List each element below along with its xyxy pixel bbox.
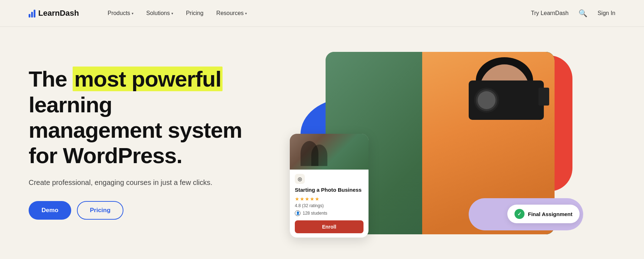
course-stars: ★★★★★ [295, 196, 364, 202]
course-card-image [290, 134, 369, 170]
course-students: 👤 128 students [295, 210, 364, 216]
nav-right: Try LearnDash 🔍 Sign In [531, 8, 615, 19]
logo[interactable]: LearnDash [29, 9, 79, 18]
search-button[interactable]: 🔍 [577, 8, 589, 19]
final-assignment-badge: ✓ Final Assignment [507, 205, 580, 223]
sign-in-button[interactable]: Sign In [597, 10, 615, 16]
course-rating: 4.8 (32 ratings) [295, 203, 364, 208]
students-icon: 👤 [295, 210, 301, 216]
nav-item-solutions[interactable]: Solutions ▾ [146, 10, 173, 16]
nav-link-resources[interactable]: Resources ▾ [216, 10, 247, 16]
headline-highlight: most powerful [73, 67, 223, 91]
nav-link-solutions[interactable]: Solutions ▾ [146, 10, 173, 16]
demo-button[interactable]: Demo [29, 201, 71, 220]
nav-item-resources[interactable]: Resources ▾ [216, 10, 247, 16]
course-card-body: ◎ Starting a Photo Business ★★★★★ 4.8 (3… [290, 170, 369, 238]
hero-content: The most powerful learning management sy… [29, 66, 243, 219]
final-assignment-label: Final Assignment [528, 211, 572, 217]
search-icon: 🔍 [579, 9, 587, 17]
nav-link-pricing[interactable]: Pricing [186, 10, 204, 16]
chevron-down-icon: ▾ [245, 11, 247, 15]
chevron-down-icon: ▾ [171, 11, 173, 15]
course-title: Starting a Photo Business [295, 187, 364, 193]
course-icon: ◎ [295, 174, 305, 184]
check-icon: ✓ [514, 209, 525, 219]
chevron-down-icon: ▾ [132, 11, 133, 15]
navbar: LearnDash Products ▾ Solutions ▾ Pricing… [0, 0, 644, 27]
nav-link-products[interactable]: Products ▾ [108, 10, 133, 16]
nav-item-products[interactable]: Products ▾ [108, 10, 133, 16]
nav-links: Products ▾ Solutions ▾ Pricing Resources… [108, 10, 531, 16]
hero-buttons: Demo Pricing [29, 201, 243, 220]
course-card: ◎ Starting a Photo Business ★★★★★ 4.8 (3… [290, 134, 369, 238]
hero-section: The most powerful learning management sy… [0, 27, 644, 259]
enroll-button[interactable]: Enroll [295, 220, 364, 233]
logo-icon [29, 9, 35, 18]
pricing-button[interactable]: Pricing [77, 201, 123, 220]
hero-headline: The most powerful learning management sy… [29, 66, 243, 168]
nav-item-pricing[interactable]: Pricing [186, 10, 204, 16]
hero-subheading: Create professional, engaging courses in… [29, 179, 243, 187]
hero-visual: ◎ Starting a Photo Business ★★★★★ 4.8 (3… [250, 27, 644, 259]
try-learndash-link[interactable]: Try LearnDash [531, 10, 569, 16]
logo-text: LearnDash [38, 9, 79, 18]
